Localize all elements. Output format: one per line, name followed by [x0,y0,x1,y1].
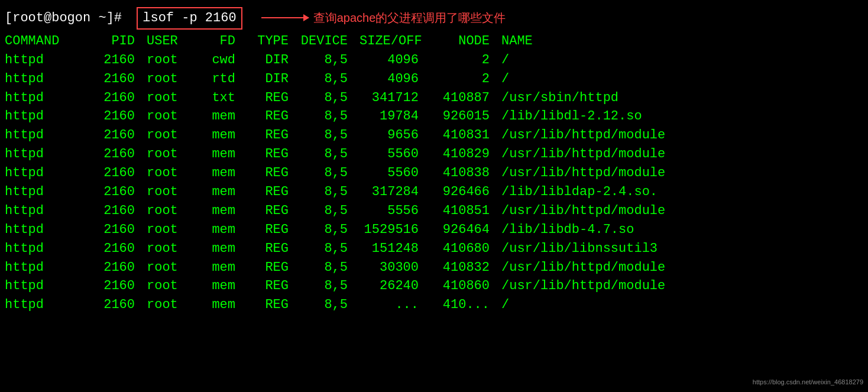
prompt-text: [root@bogon ~]# [5,9,129,28]
table-row: httpd 2160 root mem REG 8,5 151248 41068… [0,239,868,258]
cell-pid: 2160 [93,202,147,221]
cell-command: httpd [5,277,93,296]
cell-type: REG [247,221,300,239]
cell-type: REG [247,277,300,296]
cell-user: root [147,70,200,89]
cell-command: httpd [5,126,93,145]
cell-device: 8,5 [300,183,359,202]
cell-node: 2 [430,51,501,70]
header-size: SIZE/OFF [359,32,430,51]
cell-name: /usr/lib/httpd/module [501,145,863,164]
cell-user: root [147,107,200,126]
cell-device: 8,5 [300,221,359,239]
cell-node: 410838 [430,164,501,183]
cell-size: 26240 [359,277,430,296]
cell-device: 8,5 [300,107,359,126]
cell-node: 2 [430,70,501,89]
cell-command: httpd [5,258,93,277]
cell-node: 410829 [430,145,501,164]
header-user: USER [147,32,200,51]
cell-fd: rtd [200,70,247,89]
cell-pid: 2160 [93,258,147,277]
table-row: httpd 2160 root mem REG 8,5 ... 410... / [0,296,868,315]
cell-size: 30300 [359,258,430,277]
cell-size: 4096 [359,51,430,70]
cell-pid: 2160 [93,145,147,164]
watermark: https://blog.csdn.net/weixin_46818279 [753,378,863,387]
cell-type: REG [247,258,300,277]
table-row: httpd 2160 root mem REG 8,5 30300 410832… [0,258,868,277]
table-row: httpd 2160 root cwd DIR 8,5 4096 2 / [0,51,868,70]
table-row: httpd 2160 root mem REG 8,5 5560 410829 … [0,145,868,164]
cell-fd: mem [200,258,247,277]
header-pid: PID [93,32,147,51]
cell-type: DIR [247,70,300,89]
cell-type: REG [247,202,300,221]
cell-node: 410887 [430,89,501,108]
cell-name: /usr/lib/httpd/module [501,277,863,296]
cell-fd: mem [200,126,247,145]
cell-command: httpd [5,296,93,315]
cell-type: REG [247,107,300,126]
cell-device: 8,5 [300,277,359,296]
cell-size: 19784 [359,107,430,126]
cell-type: REG [247,145,300,164]
cell-name: / [501,296,863,315]
cell-command: httpd [5,183,93,202]
cell-fd: mem [200,164,247,183]
cell-device: 8,5 [300,296,359,315]
cell-command: httpd [5,164,93,183]
header-device: DEVICE [300,32,359,51]
cell-node: 926464 [430,221,501,239]
cell-name: / [501,51,863,70]
cell-user: root [147,51,200,70]
cell-device: 8,5 [300,70,359,89]
table-row: httpd 2160 root rtd DIR 8,5 4096 2 / [0,70,868,89]
table-row: httpd 2160 root txt REG 8,5 341712 41088… [0,89,868,108]
cell-name: /usr/lib/libnssutil3 [501,239,863,258]
cell-command: httpd [5,51,93,70]
cell-fd: mem [200,239,247,258]
cell-fd: mem [200,183,247,202]
cell-size: 317284 [359,183,430,202]
cell-name: /usr/lib/httpd/module [501,202,863,221]
cell-size: 9656 [359,126,430,145]
terminal: [root@bogon ~]# lsof -p 2160 查询apache的父进… [0,5,868,315]
cell-command: httpd [5,202,93,221]
prompt-line: [root@bogon ~]# lsof -p 2160 查询apache的父进… [0,5,868,32]
cell-pid: 2160 [93,107,147,126]
cell-device: 8,5 [300,145,359,164]
cell-user: root [147,89,200,108]
cell-name: /lib/libldap-2.4.so. [501,183,863,202]
cell-device: 8,5 [300,258,359,277]
cell-pid: 2160 [93,51,147,70]
cell-fd: mem [200,221,247,239]
cell-name: /lib/libdb-4.7.so [501,221,863,239]
cell-node: 410831 [430,126,501,145]
header-type: TYPE [247,32,300,51]
cell-name: /lib/libdl-2.12.so [501,107,863,126]
cell-size: 151248 [359,239,430,258]
cell-fd: mem [200,145,247,164]
arrow-line [261,17,309,18]
table-row: httpd 2160 root mem REG 8,5 5556 410851 … [0,202,868,221]
cell-user: root [147,239,200,258]
cell-command: httpd [5,221,93,239]
cell-pid: 2160 [93,221,147,239]
header-name: NAME [501,32,863,51]
cell-pid: 2160 [93,183,147,202]
cell-node: 410680 [430,239,501,258]
cell-type: REG [247,239,300,258]
cell-type: REG [247,296,300,315]
table-row: httpd 2160 root mem REG 8,5 5560 410838 … [0,164,868,183]
cell-pid: 2160 [93,239,147,258]
cell-command: httpd [5,89,93,108]
cell-user: root [147,296,200,315]
cell-size: 5556 [359,202,430,221]
cell-user: root [147,221,200,239]
table-row: httpd 2160 root mem REG 8,5 19784 926015… [0,107,868,126]
table-body: httpd 2160 root cwd DIR 8,5 4096 2 / htt… [0,51,868,315]
cell-size: 1529516 [359,221,430,239]
cell-user: root [147,126,200,145]
cell-command: httpd [5,145,93,164]
